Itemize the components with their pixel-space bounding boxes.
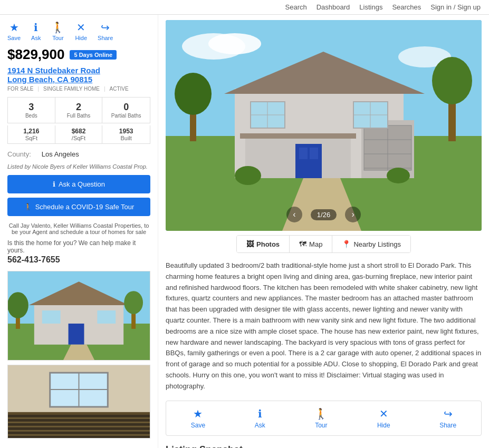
- schedule-tour-button[interactable]: 🚶 Schedule a COVID-19 Safe Tour: [7, 198, 150, 216]
- bottom-share-icon: ↪: [444, 407, 453, 420]
- svg-rect-5: [42, 310, 61, 324]
- county-row: County: Los Angeles: [7, 150, 150, 158]
- photo-tabs: 🖼 Photos 🗺 Map 📍 Nearby Listings: [236, 235, 411, 253]
- hide-action[interactable]: ✕ Hide: [75, 21, 87, 41]
- bottom-ask-label: Ask: [255, 422, 265, 429]
- main-layout: ★ Save ℹ Ask 🚶 Tour ✕ Hide ↪ Share $829,…: [0, 15, 489, 448]
- days-online-badge: 5 Days Online: [70, 50, 117, 60]
- sqft-label: SqFt: [11, 135, 52, 141]
- svg-rect-19: [8, 422, 150, 423]
- listing-price: $829,900: [7, 46, 64, 63]
- map-icon: 🗺: [299, 240, 306, 248]
- save-label: Save: [7, 35, 21, 41]
- beds-value: 3: [11, 102, 52, 113]
- person-icon: 🚶: [24, 203, 32, 211]
- bottom-save-icon: ★: [193, 407, 203, 420]
- nav-signin[interactable]: Sign in / Sign up: [430, 3, 481, 11]
- ask-action[interactable]: ℹ Ask: [31, 21, 41, 41]
- nav-searches[interactable]: Searches: [392, 3, 421, 11]
- beds-label: Beds: [11, 113, 52, 119]
- full-baths-stat: 2 Full Baths: [55, 98, 103, 123]
- svg-point-53: [387, 168, 410, 183]
- nearby-icon: 📍: [342, 240, 351, 248]
- photo-prev-button[interactable]: ‹: [286, 207, 302, 222]
- nav-search[interactable]: Search: [285, 3, 307, 11]
- ask-question-label: Ask a Question: [59, 180, 105, 188]
- county-value: Los Angeles: [42, 150, 79, 158]
- sqft-value: 1,216: [11, 128, 52, 135]
- svg-point-11: [124, 291, 143, 314]
- nav-listings[interactable]: Listings: [359, 3, 382, 11]
- ask-label: Ask: [31, 35, 41, 41]
- svg-point-52: [235, 166, 261, 185]
- thumbnail-exterior[interactable]: [7, 271, 150, 361]
- share-icon: ↪: [101, 21, 110, 34]
- ask-question-button[interactable]: ℹ Ask a Question: [7, 175, 150, 193]
- svg-rect-37: [240, 133, 356, 139]
- cta-phone: 562-413-7655: [7, 255, 150, 265]
- svg-rect-40: [310, 148, 318, 159]
- year-built-value: 1953: [106, 128, 147, 135]
- bottom-ask-action[interactable]: ℹ Ask: [255, 407, 265, 429]
- bottom-hide-action[interactable]: ✕ Hide: [377, 407, 390, 429]
- save-action[interactable]: ★ Save: [7, 21, 21, 41]
- full-baths-value: 2: [59, 102, 99, 113]
- bottom-save-action[interactable]: ★ Save: [191, 407, 205, 429]
- tab-nearby-label: Nearby Listings: [353, 240, 401, 248]
- bottom-share-action[interactable]: ↪ Share: [439, 407, 456, 429]
- bottom-save-label: Save: [191, 422, 205, 429]
- meta-for-sale: FOR SALE: [7, 86, 33, 92]
- svg-point-9: [8, 292, 28, 318]
- svg-rect-17: [8, 412, 150, 415]
- tab-photos-label: Photos: [256, 240, 280, 248]
- bottom-tour-label: Tour: [315, 422, 327, 429]
- tour-action[interactable]: 🚶 Tour: [51, 21, 64, 41]
- left-panel: ★ Save ℹ Ask 🚶 Tour ✕ Hide ↪ Share $829,…: [0, 15, 158, 448]
- hide-label: Hide: [75, 35, 87, 41]
- bottom-hide-icon: ✕: [379, 407, 388, 420]
- meta-type: SINGLE FAMILY HOME: [43, 86, 100, 92]
- svg-rect-4: [69, 324, 84, 345]
- photos-icon: 🖼: [246, 240, 254, 248]
- bottom-action-row: ★ Save ℹ Ask 🚶 Tour ✕ Hide ↪ Share: [166, 401, 482, 436]
- photo-next-button[interactable]: ›: [345, 207, 361, 222]
- nav-dashboard[interactable]: Dashboard: [317, 3, 350, 11]
- svg-rect-6: [97, 310, 116, 324]
- listed-by: Listed by Nicole Byers of Keller William…: [7, 163, 150, 170]
- tab-map[interactable]: 🗺 Map: [290, 236, 332, 252]
- listing-snapshot: Listing Snapshot Price $829,900 Bedrooms…: [166, 444, 482, 448]
- partial-baths-label: Partial Baths: [106, 113, 147, 119]
- hide-icon: ✕: [76, 21, 85, 34]
- stats-grid: 3 Beds 2 Full Baths 0 Partial Baths: [7, 97, 150, 123]
- bottom-ask-icon: ℹ: [258, 407, 262, 420]
- photo-counter: 1/26: [311, 209, 337, 220]
- share-action[interactable]: ↪ Share: [98, 21, 113, 41]
- full-baths-label: Full Baths: [59, 113, 99, 119]
- svg-rect-39: [299, 148, 308, 159]
- price-sqft-label: /SqFt: [59, 135, 99, 141]
- save-icon: ★: [9, 21, 19, 34]
- right-panel: ‹ 1/26 › 🖼 Photos 🗺 Map 📍 Nearby Listing…: [158, 15, 489, 448]
- tab-map-label: Map: [309, 240, 322, 248]
- main-photo: ‹ 1/26 ›: [166, 20, 482, 231]
- sub-stats-grid: 1,216 SqFt $682 /SqFt 1953 Built: [7, 125, 150, 144]
- tab-nearby[interactable]: 📍 Nearby Listings: [332, 236, 410, 252]
- year-built-stat: 1953 Built: [102, 125, 150, 143]
- partial-baths-stat: 0 Partial Baths: [102, 98, 150, 123]
- agent-text: Call Jay Valento, Keller Williams Coasta…: [7, 222, 150, 235]
- svg-point-25: [208, 33, 261, 54]
- tab-photos[interactable]: 🖼 Photos: [237, 236, 290, 252]
- price-row: $829,900 5 Days Online: [7, 46, 150, 63]
- address-line2[interactable]: Long Beach, CA 90815: [7, 75, 150, 84]
- bottom-tour-action[interactable]: 🚶 Tour: [314, 407, 328, 429]
- svg-rect-20: [8, 426, 150, 427]
- price-sqft-stat: $682 /SqFt: [55, 125, 103, 143]
- listing-meta: FOR SALE | SINGLE FAMILY HOME | ACTIVE: [7, 86, 150, 92]
- bottom-hide-label: Hide: [377, 422, 390, 429]
- address-line1[interactable]: 1914 N Studebaker Road: [7, 66, 150, 75]
- ask-icon: ℹ: [34, 21, 38, 34]
- year-built-label: Built: [106, 135, 147, 141]
- beds-stat: 3 Beds: [8, 98, 55, 123]
- thumbnail-interior[interactable]: [7, 365, 150, 439]
- info-icon: ℹ: [53, 180, 55, 188]
